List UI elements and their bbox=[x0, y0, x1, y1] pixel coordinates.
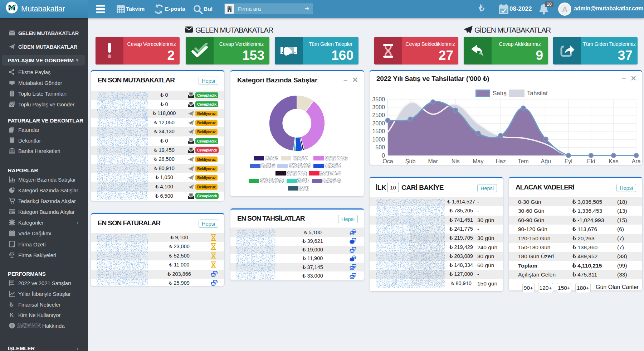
svg-text:Şub: Şub bbox=[405, 158, 416, 164]
svg-text:Oca: Oca bbox=[382, 158, 393, 164]
svg-text:Eyl: Eyl bbox=[565, 158, 572, 164]
svg-text:1000: 1000 bbox=[372, 136, 385, 143]
svg-text:Mar: Mar bbox=[428, 158, 438, 164]
svg-text:Nis: Nis bbox=[452, 158, 460, 164]
svg-text:3000: 3000 bbox=[372, 104, 385, 110]
svg-text:1500: 1500 bbox=[372, 128, 385, 134]
svg-text:3500: 3500 bbox=[372, 96, 385, 102]
svg-text:2500: 2500 bbox=[372, 112, 385, 118]
svg-text:₺: ₺ bbox=[9, 302, 14, 308]
svg-text:May: May bbox=[473, 158, 483, 164]
svg-text:0: 0 bbox=[382, 153, 385, 159]
svg-text:Tem: Tem bbox=[518, 158, 528, 164]
svg-text:Ara: Ara bbox=[632, 158, 641, 164]
svg-text:500: 500 bbox=[375, 144, 385, 150]
svg-text:Ağu: Ağu bbox=[541, 158, 551, 164]
svg-text:Eki: Eki bbox=[587, 158, 595, 164]
svg-text:2000: 2000 bbox=[372, 120, 385, 126]
svg-text:Haz: Haz bbox=[496, 158, 506, 164]
svg-text:K: K bbox=[10, 312, 14, 318]
svg-text:Kas: Kas bbox=[609, 158, 619, 164]
